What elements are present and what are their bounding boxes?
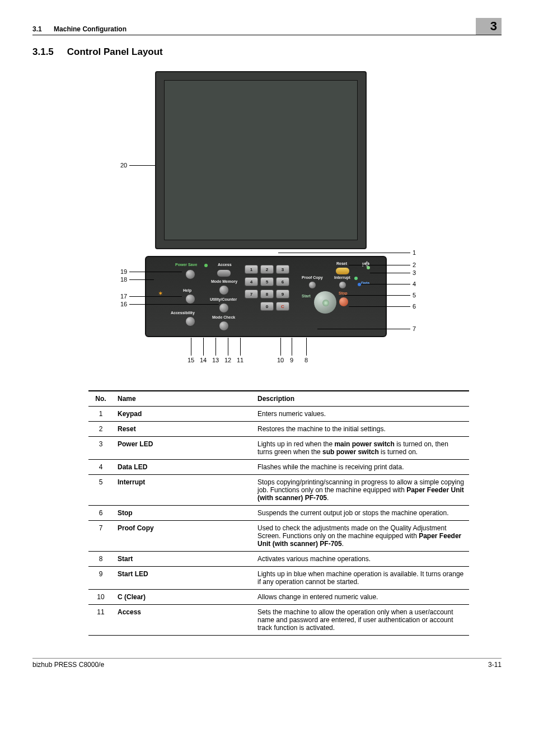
callout-19: 19 — [120, 268, 127, 275]
power-save-led — [204, 264, 208, 267]
page-header: 3.1 Machine Configuration 3 — [32, 18, 502, 35]
cell-desc: Lights up in blue when machine operation… — [253, 567, 469, 590]
label-accessibility: Accessibility — [171, 311, 195, 315]
table-head-row: No. Name Description — [88, 391, 469, 407]
label-start: Start — [302, 294, 311, 298]
interrupt-led — [354, 277, 358, 280]
key-3[interactable]: 3 — [276, 265, 289, 274]
cell-name: Start LED — [113, 567, 253, 590]
table-row: 11AccessSets the machine to allow the op… — [88, 605, 469, 636]
cell-name: Access — [113, 605, 253, 636]
cell-desc: Activates various machine operations. — [253, 552, 469, 567]
key-0[interactable]: 0 — [260, 302, 274, 311]
help-button[interactable] — [185, 294, 195, 304]
key-8[interactable]: 8 — [260, 290, 274, 298]
label-help: Help — [183, 288, 191, 292]
touch-screen — [155, 71, 367, 249]
callout-6: 6 — [413, 303, 416, 310]
cell-desc: Restores the machine to the initial sett… — [253, 422, 469, 437]
power-save-button[interactable] — [185, 269, 195, 279]
key-4[interactable]: 4 — [245, 277, 258, 286]
cell-no: 4 — [88, 460, 113, 475]
section-title: Machine Configuration — [54, 25, 127, 33]
callout-16: 16 — [120, 301, 127, 307]
cell-name: Reset — [113, 422, 253, 437]
subsection-title: Control Panel Layout — [67, 46, 163, 58]
section-number: 3.1 — [32, 25, 42, 33]
callout-10: 10 — [277, 357, 284, 363]
col-no: No. — [88, 391, 113, 407]
subsection-number: 3.1.5 — [32, 46, 54, 58]
mode-check-button[interactable] — [219, 321, 229, 331]
cell-desc: Suspends the current output job or stops… — [253, 506, 469, 521]
utility-counter-button[interactable] — [219, 303, 229, 313]
cell-name: Data LED — [113, 460, 253, 475]
footer-right: 3-11 — [488, 661, 502, 669]
table-row: 6StopSuspends the current output job or … — [88, 506, 469, 521]
label-utility: Utility/Counter — [210, 297, 237, 301]
cell-desc: Used to check the adjustments made on th… — [253, 521, 469, 552]
key-c[interactable]: C — [276, 302, 289, 311]
cell-desc: Enters numeric values. — [253, 407, 469, 422]
cell-name: Stop — [113, 506, 253, 521]
mode-memory-button[interactable] — [219, 285, 229, 295]
label-access: Access — [218, 263, 232, 267]
label-proof-copy: Proof Copy — [302, 276, 323, 279]
cell-desc: Flashes while the machine is receiving p… — [253, 460, 469, 475]
key-1[interactable]: 1 — [245, 265, 258, 274]
cell-desc: Lights up in red when the main power swi… — [253, 437, 469, 460]
access-button[interactable] — [217, 269, 231, 277]
data-led — [358, 283, 361, 286]
table-row: 2ResetRestores the machine to the initia… — [88, 422, 469, 437]
running-head-left: 3.1 Machine Configuration — [32, 25, 127, 33]
cell-no: 5 — [88, 475, 113, 506]
table-row: 10C (Clear)Allows change in entered nume… — [88, 590, 469, 605]
table-row: 4Data LEDFlashes while the machine is re… — [88, 460, 469, 475]
cell-name: Proof Copy — [113, 521, 253, 552]
callout-8: 8 — [305, 357, 308, 363]
label-interrupt: Interrupt — [334, 276, 350, 279]
proof-copy-button[interactable] — [308, 281, 316, 289]
cell-no: 1 — [88, 407, 113, 422]
label-mode-check: Mode Check — [212, 315, 235, 319]
callout-17: 17 — [120, 293, 127, 300]
cell-no: 8 — [88, 552, 113, 567]
key-2[interactable]: 2 — [260, 265, 274, 274]
callout-2: 2 — [413, 262, 416, 268]
key-9[interactable]: 9 — [276, 290, 289, 298]
footer-left: bizhub PRESS C8000/e — [32, 661, 104, 669]
cell-desc: Stops copying/printing/scanning in progr… — [253, 475, 469, 506]
cell-no: 10 — [88, 590, 113, 605]
label-mode-memory: Mode Memory — [211, 279, 237, 283]
accessibility-button[interactable] — [185, 316, 195, 326]
stop-button[interactable] — [339, 297, 349, 307]
callout-9: 9 — [290, 357, 293, 363]
subsection-heading: 3.1.5 Control Panel Layout — [32, 46, 502, 58]
page-footer: bizhub PRESS C8000/e 3-11 — [32, 658, 502, 669]
cell-no: 3 — [88, 437, 113, 460]
label-power-save: Power Save — [175, 263, 197, 267]
cell-name: C (Clear) — [113, 590, 253, 605]
interrupt-button[interactable] — [339, 281, 346, 289]
start-button[interactable] — [313, 291, 337, 314]
control-panel-table: No. Name Description 1KeypadEnters numer… — [88, 390, 469, 636]
table-row: 3Power LEDLights up in red when the main… — [88, 437, 469, 460]
callout-20: 20 — [120, 162, 127, 169]
table-row: 7Proof CopyUsed to check the adjustments… — [88, 521, 469, 552]
callout-18: 18 — [120, 276, 127, 283]
control-panel-figure: Power Save ✶ Help Accessibility Access M… — [110, 71, 424, 374]
key-5[interactable]: 5 — [260, 277, 274, 286]
table-row: 1KeypadEnters numeric values. — [88, 407, 469, 422]
cell-name: Start — [113, 552, 253, 567]
reset-button[interactable] — [335, 267, 350, 275]
key-7[interactable]: 7 — [245, 290, 258, 298]
cell-no: 11 — [88, 605, 113, 636]
callout-15: 15 — [188, 357, 194, 363]
key-6[interactable]: 6 — [276, 277, 289, 286]
cell-no: 6 — [88, 506, 113, 521]
label-reset: Reset — [336, 262, 347, 265]
callout-1: 1 — [413, 249, 416, 256]
cell-desc: Sets the machine to allow the operation … — [253, 605, 469, 636]
col-name: Name — [113, 391, 253, 407]
table-row: 8StartActivates various machine operatio… — [88, 552, 469, 567]
